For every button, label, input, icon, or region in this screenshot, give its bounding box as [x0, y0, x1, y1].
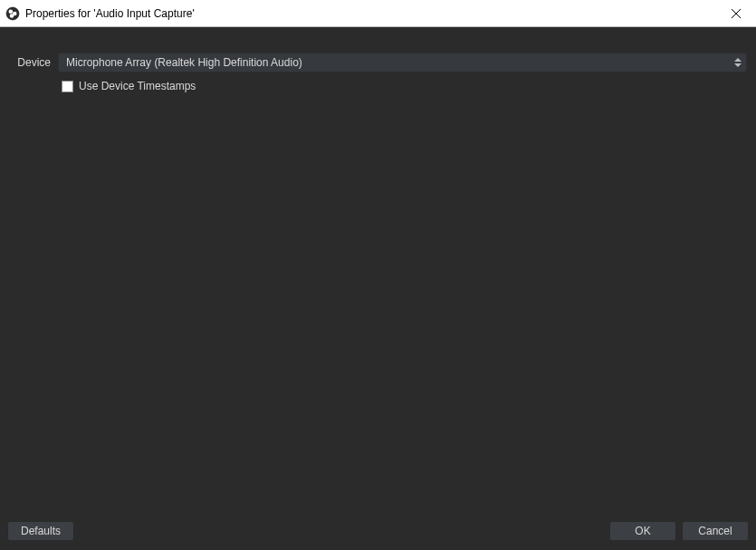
use-timestamps-label[interactable]: Use Device Timestamps: [79, 80, 196, 92]
button-bar: Defaults OK Cancel: [0, 517, 756, 550]
device-select-wrap: Microphone Array (Realtek High Definitio…: [58, 53, 747, 72]
dialog-content: Device Microphone Array (Realtek High De…: [0, 27, 756, 550]
ok-button[interactable]: OK: [609, 521, 676, 541]
defaults-button[interactable]: Defaults: [7, 521, 74, 541]
device-label: Device: [9, 56, 51, 69]
cancel-button[interactable]: Cancel: [682, 521, 749, 541]
close-button[interactable]: [715, 0, 756, 27]
form-area: Device Microphone Array (Realtek High De…: [0, 27, 756, 517]
device-select[interactable]: Microphone Array (Realtek High Definitio…: [58, 53, 747, 72]
use-timestamps-row: Use Device Timestamps: [62, 80, 747, 92]
window-title: Properties for 'Audio Input Capture': [25, 7, 715, 20]
close-icon: [732, 9, 741, 18]
device-row: Device Microphone Array (Realtek High De…: [9, 53, 747, 72]
select-spinner-icon[interactable]: [731, 53, 745, 72]
app-icon: [5, 6, 20, 21]
use-timestamps-checkbox[interactable]: [62, 81, 73, 92]
titlebar: Properties for 'Audio Input Capture': [0, 0, 756, 27]
device-select-value: Microphone Array (Realtek High Definitio…: [66, 56, 302, 69]
svg-point-4: [10, 14, 14, 18]
svg-point-2: [9, 9, 14, 14]
